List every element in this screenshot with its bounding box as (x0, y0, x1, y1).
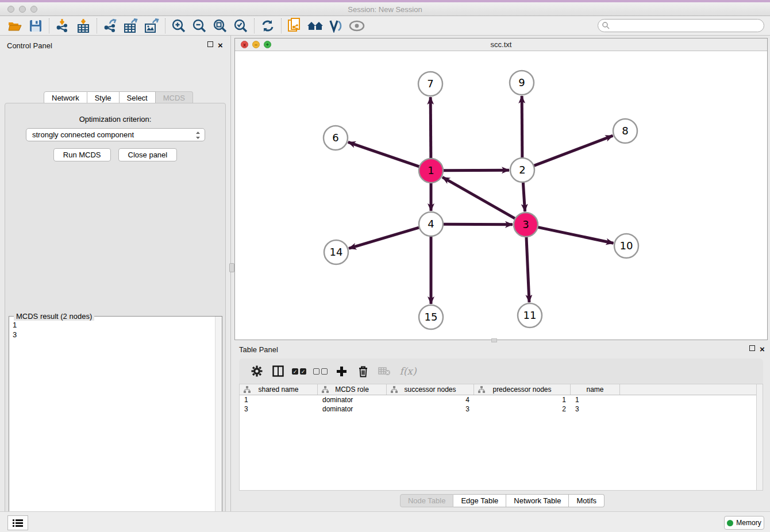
save-icon[interactable] (25, 17, 46, 34)
deselect-all-icon[interactable] (310, 361, 331, 381)
edge-2-3[interactable] (523, 182, 525, 211)
node-10[interactable]: 10 (614, 234, 638, 258)
zoom-in-icon[interactable] (168, 17, 189, 34)
search-input[interactable] (598, 19, 764, 32)
table-scrollbar[interactable] (756, 384, 763, 490)
table-row[interactable]: 1dominator411 (240, 395, 763, 404)
control-panel-title: Control Panel (7, 41, 52, 50)
function-builder-icon[interactable]: f(x) (395, 361, 421, 381)
column-header-name[interactable]: name (571, 384, 620, 395)
toolbar-separator (165, 18, 165, 33)
add-column-icon[interactable] (331, 361, 352, 381)
column-header-successor-nodes[interactable]: successor nodes (387, 384, 474, 395)
import-network-icon[interactable] (52, 17, 73, 34)
close-panel-button[interactable]: Close panel (118, 148, 178, 161)
column-header-shared-name[interactable]: shared name (240, 384, 318, 395)
node-7[interactable]: 7 (418, 72, 442, 96)
edge-2-9[interactable] (522, 96, 522, 158)
close-table-panel-icon[interactable]: × (760, 344, 765, 354)
node-1[interactable]: 1 (419, 159, 443, 183)
horizontal-splitter-handle[interactable] (491, 338, 497, 342)
edge-3-1[interactable] (442, 177, 515, 218)
node-label: 9 (518, 76, 525, 88)
hide-graphics-icon[interactable] (326, 17, 346, 34)
node-label: 11 (523, 309, 537, 321)
delete-column-icon[interactable] (352, 361, 374, 381)
network-graph[interactable]: 7968124314101511 (235, 51, 767, 340)
edge-1-2[interactable] (443, 170, 509, 171)
network-window-titlebar: x − + scc.txt (235, 38, 767, 51)
memory-button[interactable]: Memory (724, 516, 764, 530)
node-label: 14 (330, 246, 343, 258)
table-panel-title: Table Panel (239, 345, 278, 354)
node-4[interactable]: 4 (419, 212, 443, 236)
edge-3-10[interactable] (538, 227, 614, 243)
titlebar: Session: New Session (0, 2, 770, 16)
table-cell: 4 (387, 395, 474, 404)
vertical-splitter[interactable] (230, 36, 234, 511)
node-table[interactable]: shared nameMCDS rolesuccessor nodesprede… (239, 384, 763, 491)
export-network-icon[interactable] (100, 17, 121, 34)
node-8[interactable]: 8 (613, 119, 637, 143)
column-type-icon (391, 386, 398, 393)
edge-2-8[interactable] (534, 136, 613, 165)
zoom-out-icon[interactable] (189, 17, 210, 34)
show-graphics-icon[interactable] (346, 17, 367, 34)
column-type-icon (478, 386, 485, 393)
home-view-icon[interactable] (305, 17, 326, 34)
edge-1-6[interactable] (348, 142, 419, 167)
select-all-icon[interactable]: ✓✓ (288, 361, 310, 381)
node-15[interactable]: 15 (419, 305, 443, 329)
mcds-result-box: MCDS result (2 nodes) 13 (9, 316, 222, 532)
run-mcds-button[interactable]: Run MCDS (53, 148, 111, 161)
zoom-selected-icon[interactable] (230, 17, 251, 34)
edge-4-3[interactable] (443, 224, 513, 225)
refresh-layout-icon[interactable] (257, 17, 278, 34)
float-table-panel-icon[interactable] (749, 344, 755, 353)
column-header-predecessor-nodes[interactable]: predecessor nodes (474, 384, 571, 395)
criterion-select[interactable]: strongly connected component (26, 128, 205, 141)
node-6[interactable]: 6 (324, 126, 348, 150)
table-cell: 3 (240, 404, 318, 414)
float-panel-icon[interactable] (207, 40, 213, 49)
zoom-fit-icon[interactable] (210, 17, 230, 34)
task-history-button[interactable] (7, 515, 28, 530)
table-row[interactable]: 3dominator323 (240, 404, 763, 414)
node-3[interactable]: 3 (514, 213, 538, 237)
edge-1-7[interactable] (430, 97, 431, 159)
gear-icon[interactable] (246, 361, 267, 381)
tab-network-table[interactable]: Network Table (506, 494, 569, 507)
column-view-icon[interactable] (267, 361, 288, 381)
tab-node-table[interactable]: Node Table (400, 494, 454, 507)
open-folder-icon[interactable] (5, 17, 25, 34)
mcds-result-line: 1 (13, 320, 17, 330)
node-9[interactable]: 9 (510, 71, 534, 95)
export-image-icon[interactable] (141, 17, 162, 34)
vertical-splitter-handle[interactable] (229, 263, 234, 272)
node-11[interactable]: 11 (518, 303, 542, 327)
node-2[interactable]: 2 (510, 158, 534, 182)
search-icon (602, 22, 610, 29)
table-header: shared nameMCDS rolesuccessor nodesprede… (240, 384, 763, 395)
table-cell: 3 (387, 404, 474, 414)
node-label: 15 (425, 311, 438, 323)
node-14[interactable]: 14 (324, 240, 348, 264)
node-label: 2 (519, 164, 525, 176)
column-header-mcds-role[interactable]: MCDS role (318, 384, 387, 395)
mcds-result-scrollbar[interactable] (215, 317, 222, 532)
export-table-icon[interactable] (121, 17, 141, 34)
close-panel-icon[interactable]: × (218, 40, 223, 50)
edge-3-11[interactable] (526, 237, 529, 302)
mcds-panel: Optimization criterion: strongly connect… (5, 103, 226, 532)
node-label: 8 (622, 125, 628, 137)
optimization-criterion-label: Optimization criterion: (5, 115, 225, 124)
import-table-icon[interactable] (73, 17, 94, 34)
tab-motifs[interactable]: Motifs (569, 494, 605, 507)
delete-table-icon[interactable] (374, 361, 395, 381)
memory-label: Memory (736, 519, 761, 527)
toolbar-separator (281, 18, 282, 33)
edge-4-14[interactable] (349, 228, 419, 248)
node-label: 7 (427, 78, 433, 90)
network-file-icon[interactable] (284, 17, 305, 34)
tab-edge-table[interactable]: Edge Table (453, 494, 506, 507)
